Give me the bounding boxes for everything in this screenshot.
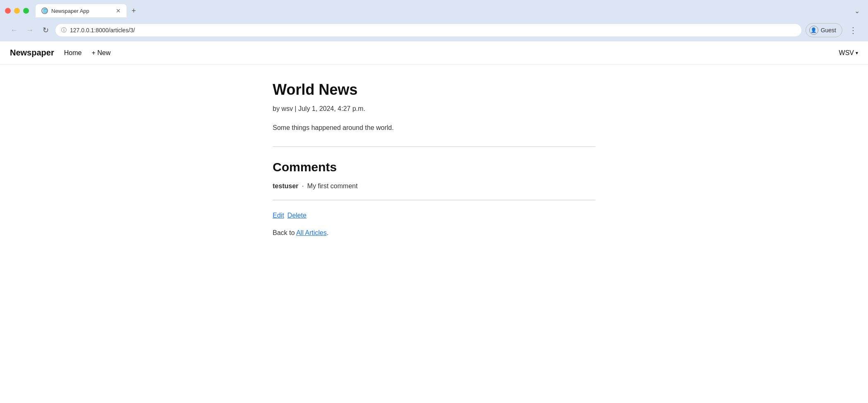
article-meta: by wsv | July 1, 2024, 4:27 p.m. xyxy=(273,105,595,113)
all-articles-link[interactable]: All Articles xyxy=(296,229,327,236)
forward-button[interactable]: → xyxy=(24,24,36,36)
security-icon: ⓘ xyxy=(61,26,67,34)
minimize-button[interactable] xyxy=(14,8,20,14)
tab-title: Newspaper App xyxy=(51,8,89,14)
back-prefix: Back to xyxy=(273,229,296,236)
close-button[interactable] xyxy=(5,8,11,14)
add-tab-button[interactable]: + xyxy=(128,5,139,17)
page-content: Newspaper Home + New WSV ▾ World News by… xyxy=(0,41,868,395)
username-label: WSV xyxy=(839,49,854,57)
article-title: World News xyxy=(273,81,595,98)
delete-link[interactable]: Delete xyxy=(288,212,307,219)
app-brand: Newspaper xyxy=(10,48,54,58)
article-body: Some things happened around the world. xyxy=(273,122,595,133)
back-button[interactable]: ← xyxy=(8,24,20,36)
comment-item: testuser · My first comment xyxy=(273,182,595,190)
comment-text: My first comment xyxy=(307,182,358,190)
reload-button[interactable]: ↻ xyxy=(40,24,51,36)
address-bar-row: ← → ↻ ⓘ 127.0.0.1:8000/articles/3/ 👤 Gue… xyxy=(5,21,863,41)
home-link[interactable]: Home xyxy=(64,49,82,57)
new-article-link[interactable]: + New xyxy=(91,49,110,57)
browser-chrome: 🌐 Newspaper App ✕ + ⌄ ← → ↻ ⓘ 127.0.0.1:… xyxy=(0,0,868,41)
active-tab[interactable]: 🌐 Newspaper App ✕ xyxy=(36,4,127,17)
edit-link[interactable]: Edit xyxy=(273,212,284,219)
comments-title: Comments xyxy=(273,160,595,174)
tab-bar: 🌐 Newspaper App ✕ + ⌄ xyxy=(5,4,863,17)
tab-favicon: 🌐 xyxy=(41,7,48,14)
back-to-text: Back to All Articles. xyxy=(273,229,595,237)
browser-menu-button[interactable]: ⋮ xyxy=(846,24,860,37)
comment-author: testuser xyxy=(273,182,298,190)
profile-icon: 👤 xyxy=(809,26,818,35)
article-container: World News by wsv | July 1, 2024, 4:27 p… xyxy=(248,65,620,253)
window-controls xyxy=(5,8,29,14)
guest-label: Guest xyxy=(821,27,836,34)
comment-separator: · xyxy=(302,182,306,190)
app-navbar: Newspaper Home + New WSV ▾ xyxy=(0,41,868,65)
url-text: 127.0.0.1:8000/articles/3/ xyxy=(70,27,796,34)
article-actions: Edit Delete xyxy=(273,212,595,219)
tab-close-button[interactable]: ✕ xyxy=(116,8,121,14)
back-suffix: . xyxy=(327,229,328,236)
tab-dropdown-button[interactable]: ⌄ xyxy=(851,5,863,17)
user-menu[interactable]: WSV ▾ xyxy=(839,49,858,57)
maximize-button[interactable] xyxy=(23,8,29,14)
profile-button[interactable]: 👤 Guest xyxy=(806,23,842,37)
comments-divider xyxy=(273,200,595,200)
user-dropdown-arrow: ▾ xyxy=(856,50,858,56)
article-divider xyxy=(273,146,595,147)
address-bar[interactable]: ⓘ 127.0.0.1:8000/articles/3/ xyxy=(55,24,801,36)
